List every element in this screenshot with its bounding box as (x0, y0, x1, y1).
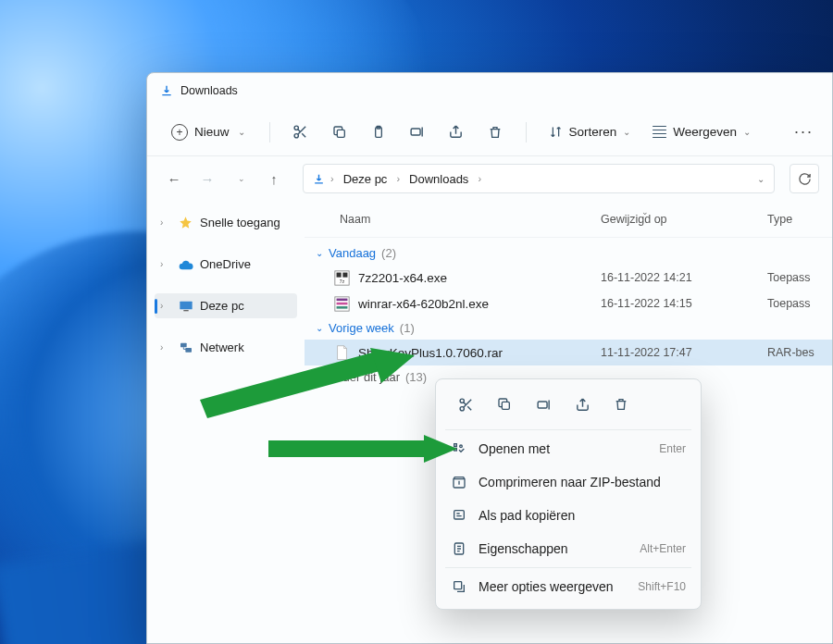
ctx-delete-button[interactable] (603, 389, 640, 420)
sidebar-item-this-pc[interactable]: › Deze pc (155, 293, 297, 318)
sidebar-item-label: Deze pc (200, 299, 244, 313)
ctx-open-with[interactable]: Openen met Enter (441, 432, 695, 465)
file-date: 16-11-2022 14:15 (601, 297, 767, 310)
ctx-copy-path[interactable]: Als pad kopiëren (441, 499, 695, 532)
separator (269, 122, 270, 142)
chevron-down-icon: ⌄ (316, 323, 323, 333)
svg-rect-11 (336, 272, 341, 277)
separator (526, 122, 527, 142)
ctx-compress-zip[interactable]: Comprimeren naar ZIP-bestand (441, 465, 695, 499)
sidebar-item-onedrive[interactable]: › OneDrive (155, 252, 297, 277)
file-row[interactable]: winrar-x64-620b2nl.exe 16-11-2022 14:15 … (305, 291, 832, 316)
more-button[interactable]: ··· (789, 118, 819, 145)
ctx-shortcut: Shift+F10 (638, 580, 686, 593)
sort-button[interactable]: Sorteren ⌄ (540, 119, 640, 144)
sidebar-item-label: OneDrive (200, 257, 251, 271)
sidebar-item-label: Snelle toegang (200, 216, 280, 229)
svg-text:7z: 7z (339, 279, 344, 284)
copy-button[interactable] (322, 116, 357, 149)
separator (445, 567, 691, 568)
back-button[interactable]: ← (160, 165, 188, 192)
star-icon (178, 215, 193, 230)
context-menu: Openen met Enter Comprimeren naar ZIP-be… (435, 378, 702, 610)
svg-point-1 (294, 134, 298, 138)
navbar: ← → ⌄ ↑ › Deze pc › Downloads › ⌄ (147, 156, 832, 201)
cloud-icon (178, 256, 193, 272)
svg-rect-25 (454, 511, 465, 519)
breadcrumb-downloads[interactable]: Downloads (405, 170, 472, 188)
sidebar-item-quick-access[interactable]: › Snelle toegang (155, 210, 297, 235)
file-date: 16-11-2022 14:21 (601, 271, 767, 284)
context-toolbar (441, 385, 695, 427)
forward-button[interactable]: → (193, 165, 221, 192)
file-type: Toepass (767, 297, 832, 310)
ctx-label: Meer opties weergeven (479, 579, 627, 594)
zip-icon (451, 474, 467, 490)
monitor-icon (178, 298, 193, 314)
downloads-icon (313, 173, 325, 185)
svg-marker-28 (200, 352, 383, 418)
group-label: Vandaag (329, 246, 376, 260)
delete-button[interactable] (478, 116, 513, 149)
breadcrumb-thispc[interactable]: Deze pc (340, 170, 392, 188)
svg-rect-5 (411, 129, 420, 135)
expand-icon: › (160, 259, 171, 269)
chevron-down-icon: ⌄ (743, 127, 751, 137)
group-last-week[interactable]: ⌄ Vorige week (1) (305, 316, 832, 340)
expand-icon: › (160, 301, 171, 311)
new-button[interactable]: + Nieuw ⌄ (160, 118, 256, 146)
column-date[interactable]: ⌄Gewijzigd op (601, 213, 767, 226)
copy-path-icon (451, 507, 467, 524)
svg-point-18 (460, 399, 464, 402)
share-button[interactable] (439, 116, 474, 149)
group-label: Vorige week (329, 321, 394, 335)
ctx-copy-button[interactable] (486, 389, 523, 420)
expand-icon: › (160, 217, 171, 228)
ctx-properties[interactable]: Eigenschappen Alt+Enter (441, 532, 695, 565)
ctx-rename-button[interactable] (525, 389, 562, 420)
network-icon (178, 340, 193, 355)
svg-rect-6 (180, 301, 192, 309)
svg-rect-21 (538, 401, 547, 407)
properties-icon (451, 540, 467, 557)
rename-button[interactable] (400, 116, 435, 149)
refresh-button[interactable] (789, 164, 819, 193)
file-name: 7z2201-x64.exe (358, 271, 601, 285)
view-button[interactable]: Weergeven ⌄ (643, 119, 760, 144)
column-name[interactable]: Naam (330, 213, 601, 226)
column-type[interactable]: Type (767, 213, 832, 226)
svg-rect-8 (180, 342, 187, 347)
chevron-down-icon: ⌄ (238, 127, 245, 137)
cut-button[interactable] (283, 116, 318, 149)
ctx-cut-button[interactable] (447, 389, 484, 420)
file-date: 11-11-2022 17:47 (601, 346, 767, 359)
svg-rect-9 (185, 348, 192, 353)
ctx-share-button[interactable] (564, 389, 601, 420)
titlebar[interactable]: Downloads (147, 73, 832, 108)
expand-icon: › (160, 342, 171, 353)
file-row[interactable]: 7z 7z2201-x64.exe 16-11-2022 14:21 Toepa… (305, 265, 832, 291)
svg-rect-16 (336, 302, 347, 304)
annotation-arrow-1 (200, 348, 431, 431)
ctx-more-options[interactable]: Meer opties weergeven Shift+F10 (441, 570, 695, 603)
svg-rect-20 (502, 402, 509, 409)
address-dropdown[interactable]: ⌄ (757, 174, 765, 184)
ctx-label: Eigenschappen (479, 541, 628, 556)
svg-point-0 (294, 126, 298, 130)
toolbar: + Nieuw ⌄ Sorteren ⌄ Weergeven ⌄ ··· (147, 108, 832, 156)
downloads-icon (160, 84, 173, 97)
recent-button[interactable]: ⌄ (227, 165, 255, 192)
group-count: (1) (400, 321, 415, 335)
svg-marker-31 (424, 435, 457, 463)
svg-rect-30 (268, 440, 426, 457)
svg-rect-17 (336, 306, 347, 309)
file-type: Toepass (767, 271, 832, 284)
up-button[interactable]: ↑ (260, 165, 288, 192)
ctx-shortcut: Alt+Enter (640, 542, 686, 555)
group-today[interactable]: ⌄ Vandaag (2) (305, 242, 832, 265)
paste-button[interactable] (361, 116, 396, 149)
file-type: RAR-bes (767, 346, 832, 359)
view-label: Weergeven (673, 125, 737, 139)
address-bar[interactable]: › Deze pc › Downloads › ⌄ (303, 164, 775, 193)
column-headers: Naam ⌄Gewijzigd op Type (305, 201, 832, 238)
